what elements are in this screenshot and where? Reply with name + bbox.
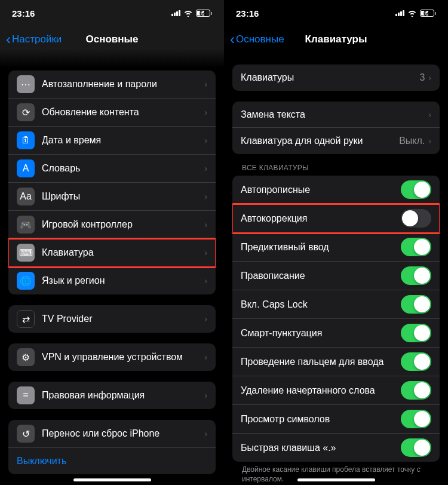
section-general-4: ≡Правовая информация› — [8, 382, 216, 409]
settings-row[interactable]: ⋯Автозаполнение и пароли› — [8, 70, 216, 99]
back-label: Основные — [236, 33, 284, 45]
settings-row[interactable]: AaШрифты› — [8, 183, 216, 211]
row-label: Клавиатура для одной руки — [241, 136, 399, 146]
status-bar: 23:16 64 — [0, 0, 224, 26]
chevron-right-icon: › — [428, 110, 431, 119]
settings-row[interactable]: ⇄TV Provider› — [8, 305, 216, 333]
row-label: Шрифты — [42, 191, 204, 202]
content-right: Клавиатуры3› Замена текста›Клавиатура дл… — [224, 53, 448, 485]
settings-row[interactable]: 🎮Игровой контроллер› — [8, 211, 216, 239]
fonts-icon: Aa — [17, 188, 35, 205]
row-label: Замена текста — [241, 109, 428, 120]
toggle-switch[interactable] — [401, 266, 431, 285]
page-title: Основные — [85, 33, 138, 45]
settings-row[interactable]: ↺Перенос или сброс iPhone› — [8, 420, 216, 448]
row-label: Автозаполнение и пароли — [42, 79, 204, 90]
content-left: ⋯Автозаполнение и пароли›⟳Обновление кон… — [0, 53, 224, 485]
row-label: Предиктивный ввод — [241, 242, 401, 253]
settings-row[interactable]: Замена текста› — [232, 102, 440, 128]
toggle-row: Правописание — [232, 262, 440, 290]
dictionary-icon: A — [17, 159, 35, 177]
settings-row[interactable]: Клавиатуры3› — [232, 65, 440, 91]
row-detail: 3 — [419, 72, 425, 83]
status-indicators: 64 — [395, 10, 437, 17]
row-label: Автокоррекция — [241, 213, 401, 224]
toggle-row: Автокоррекция — [232, 204, 440, 233]
toggle-switch[interactable] — [401, 238, 431, 256]
chevron-right-icon: › — [204, 352, 207, 362]
language-icon: 🌐 — [17, 272, 35, 290]
chevron-right-icon: › — [204, 192, 207, 201]
status-time: 23:16 — [236, 8, 259, 19]
home-indicator[interactable] — [297, 478, 375, 481]
nav-bar: ‹ Настройки Основные — [0, 26, 224, 53]
toggle-switch[interactable] — [401, 295, 431, 314]
toggle-switch[interactable] — [401, 180, 431, 199]
toggle-switch[interactable] — [401, 438, 431, 457]
section-general-2: ⇄TV Provider› — [8, 305, 216, 333]
legal-icon: ≡ — [17, 386, 35, 404]
row-label: Клавиатура — [42, 247, 204, 258]
toggle-switch[interactable] — [401, 209, 431, 228]
settings-row[interactable]: AСловарь› — [8, 155, 216, 183]
refresh-icon: ⟳ — [17, 103, 35, 121]
settings-row[interactable]: ⟳Обновление контента› — [8, 99, 216, 127]
section-all-keyboards: АвтопрописныеАвтокоррекцияПредиктивный в… — [232, 176, 440, 462]
back-button[interactable]: ‹ Настройки — [6, 32, 62, 47]
chevron-right-icon: › — [204, 79, 207, 89]
chevron-right-icon: › — [204, 136, 207, 145]
toggle-switch[interactable] — [401, 410, 431, 428]
row-label: Проведение пальцем для ввода — [241, 357, 401, 367]
section-general-1: ⋯Автозаполнение и пароли›⟳Обновление кон… — [8, 70, 216, 294]
row-label: Словарь — [42, 163, 204, 174]
controller-icon: 🎮 — [17, 216, 35, 234]
status-indicators: 64 — [171, 10, 213, 17]
toggle-row: Смарт-пунктуация — [232, 319, 440, 348]
settings-row[interactable]: ≡Правовая информация› — [8, 382, 216, 409]
row-label: TV Provider — [42, 314, 204, 324]
nav-bar: ‹ Основные Клавиатуры — [224, 26, 448, 53]
wifi-icon — [407, 10, 417, 17]
chevron-right-icon: › — [204, 248, 207, 257]
status-bar: 23:16 64 — [224, 0, 448, 26]
cellular-icon — [395, 10, 404, 16]
row-label: Обновление контента — [42, 107, 204, 118]
row-label: Удаление начертанного слова — [241, 385, 401, 396]
toggle-row: Проведение пальцем для ввода — [232, 348, 440, 376]
chevron-right-icon: › — [428, 136, 431, 146]
settings-row[interactable]: Выключить — [8, 448, 216, 474]
battery-icon: 64 — [420, 10, 437, 17]
cellular-icon — [171, 10, 180, 16]
settings-row[interactable]: 🌐Язык и регион› — [8, 267, 216, 294]
toggle-switch[interactable] — [401, 381, 431, 400]
row-label: VPN и управление устройством — [42, 352, 204, 363]
row-label: Вкл. Caps Lock — [241, 299, 401, 310]
chevron-right-icon: › — [204, 276, 207, 286]
row-label: Клавиатуры — [241, 72, 419, 83]
back-button[interactable]: ‹ Основные — [230, 32, 284, 47]
chevron-right-icon: › — [204, 314, 207, 324]
settings-row[interactable]: 🗓Дата и время› — [8, 127, 216, 155]
section-footer-spacebar: Двойное касание клавиши пробела вставляе… — [232, 462, 440, 485]
row-label: Правописание — [241, 271, 401, 281]
settings-row[interactable]: ⚙VPN и управление устройством› — [8, 343, 216, 371]
row-label: Правовая информация — [42, 390, 204, 401]
status-time: 23:16 — [12, 8, 35, 19]
chevron-left-icon: ‹ — [6, 32, 11, 47]
screen-general-settings: 23:16 64 ‹ Настройки Основные ⋯Автозапол… — [0, 0, 224, 485]
chevron-right-icon: › — [204, 391, 207, 400]
row-label: Быстрая клавиша «.» — [241, 443, 401, 453]
chevron-right-icon: › — [204, 220, 207, 229]
vpn-icon: ⚙ — [17, 348, 35, 366]
toggle-switch[interactable] — [401, 324, 431, 342]
battery-icon: 64 — [196, 10, 213, 17]
toggle-row: Быстрая клавиша «.» — [232, 434, 440, 462]
row-label: Перенос или сброс iPhone — [42, 428, 204, 439]
row-label: Смарт-пунктуация — [241, 328, 401, 339]
settings-row[interactable]: Клавиатура для одной рукиВыкл.› — [232, 128, 440, 154]
settings-row[interactable]: ⌨Клавиатура› — [8, 239, 216, 267]
toggle-switch[interactable] — [401, 352, 431, 371]
section-general-5: ↺Перенос или сброс iPhone›Выключить — [8, 420, 216, 474]
home-indicator[interactable] — [73, 478, 151, 481]
row-label: Выключить — [17, 456, 207, 466]
